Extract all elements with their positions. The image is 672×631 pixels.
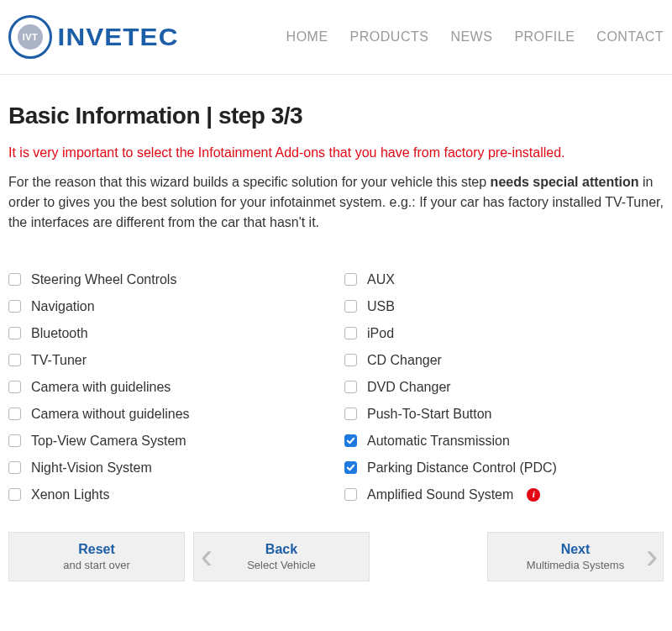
addon-label: DVD Changer: [367, 380, 451, 395]
addon-label: USB: [367, 299, 395, 314]
checkbox[interactable]: [8, 300, 21, 313]
info-icon[interactable]: i: [527, 488, 540, 502]
addon-option[interactable]: Steering Wheel Controls: [8, 266, 328, 293]
checkbox[interactable]: [8, 461, 21, 474]
addon-label: Steering Wheel Controls: [31, 272, 176, 287]
addon-label: Navigation: [31, 299, 95, 314]
addon-option[interactable]: Push-To-Start Button: [344, 401, 664, 428]
nav-contact[interactable]: CONTACT: [596, 30, 664, 44]
checkbox[interactable]: [8, 488, 21, 501]
checkbox[interactable]: [8, 408, 21, 420]
addon-label: Automatic Transmission: [367, 434, 510, 449]
checkbox[interactable]: [344, 327, 357, 339]
addon-option[interactable]: TV-Tuner: [8, 347, 328, 374]
nav-profile[interactable]: PROFILE: [514, 30, 575, 44]
checkbox[interactable]: [344, 273, 357, 286]
next-button[interactable]: Next Multimedia Systems ›: [487, 532, 664, 581]
chevron-right-icon: ›: [646, 539, 658, 574]
reset-button[interactable]: Reset and start over: [8, 532, 185, 581]
checkbox[interactable]: [344, 488, 357, 501]
wizard-nav: Reset and start over ‹ Back Select Vehic…: [8, 532, 664, 581]
addon-label: Amplified Sound System: [367, 487, 513, 502]
checkbox[interactable]: [344, 300, 357, 313]
logo[interactable]: IVT INVETEC: [8, 15, 176, 59]
addon-option[interactable]: Camera with guidelines: [8, 374, 328, 401]
addon-label: iPod: [367, 326, 394, 341]
checkbox[interactable]: [344, 354, 357, 366]
checkbox[interactable]: [344, 408, 357, 420]
addon-label: Parking Distance Control (PDC): [367, 460, 557, 476]
checkbox[interactable]: [8, 434, 21, 447]
checkbox[interactable]: [8, 354, 21, 366]
checkbox[interactable]: [344, 381, 357, 393]
brand-wordmark: INVETEC: [58, 24, 179, 50]
addon-label: Push-To-Start Button: [367, 407, 492, 422]
site-header: IVT INVETEC HOME PRODUCTS NEWS PROFILE C…: [0, 0, 672, 75]
back-button[interactable]: ‹ Back Select Vehicle: [193, 532, 370, 581]
addon-option[interactable]: Night-Vision System: [8, 455, 328, 481]
addon-label: TV-Tuner: [31, 353, 87, 368]
page-title: Basic Information | step 3/3: [8, 102, 664, 130]
addon-option[interactable]: Navigation: [8, 293, 328, 320]
addon-option[interactable]: Automatic Transmission: [344, 428, 664, 455]
addon-option[interactable]: Parking Distance Control (PDC): [344, 455, 664, 481]
addon-label: Camera with guidelines: [31, 380, 171, 395]
nav-products[interactable]: PRODUCTS: [350, 30, 429, 44]
addon-label: Xenon Lights: [31, 487, 109, 502]
addon-option[interactable]: Camera without guidelines: [8, 401, 328, 428]
addon-option[interactable]: Bluetooth: [8, 320, 328, 347]
addon-label: AUX: [367, 272, 395, 287]
addon-label: Bluetooth: [31, 326, 88, 341]
checkbox[interactable]: [344, 434, 357, 447]
addon-option[interactable]: iPod: [344, 320, 664, 347]
chevron-left-icon: ‹: [201, 539, 213, 574]
checkbox[interactable]: [8, 273, 21, 286]
addon-label: CD Changer: [367, 353, 442, 368]
addon-options: Steering Wheel ControlsNavigationBluetoo…: [8, 266, 664, 508]
addon-option[interactable]: DVD Changer: [344, 374, 664, 401]
alert-text: It is very important to select the Infot…: [8, 145, 664, 160]
addon-option[interactable]: CD Changer: [344, 347, 664, 374]
checkbox[interactable]: [8, 327, 21, 339]
addon-label: Camera without guidelines: [31, 407, 190, 422]
intro-text: For the reason that this wizard builds a…: [8, 172, 664, 233]
addon-option[interactable]: USB: [344, 293, 664, 320]
addon-option[interactable]: Xenon Lights: [8, 481, 328, 508]
addon-label: Top-View Camera System: [31, 434, 186, 449]
logo-icon: IVT: [8, 15, 52, 59]
main-nav: HOME PRODUCTS NEWS PROFILE CONTACT: [286, 30, 664, 44]
addon-option[interactable]: AUX: [344, 266, 664, 293]
checkbox[interactable]: [344, 461, 357, 474]
addon-option[interactable]: Top-View Camera System: [8, 428, 328, 455]
checkbox[interactable]: [8, 381, 21, 393]
addon-label: Night-Vision System: [31, 460, 152, 476]
nav-news[interactable]: NEWS: [450, 30, 492, 44]
nav-home[interactable]: HOME: [286, 30, 328, 44]
addon-option[interactable]: Amplified Sound Systemi: [344, 481, 664, 508]
